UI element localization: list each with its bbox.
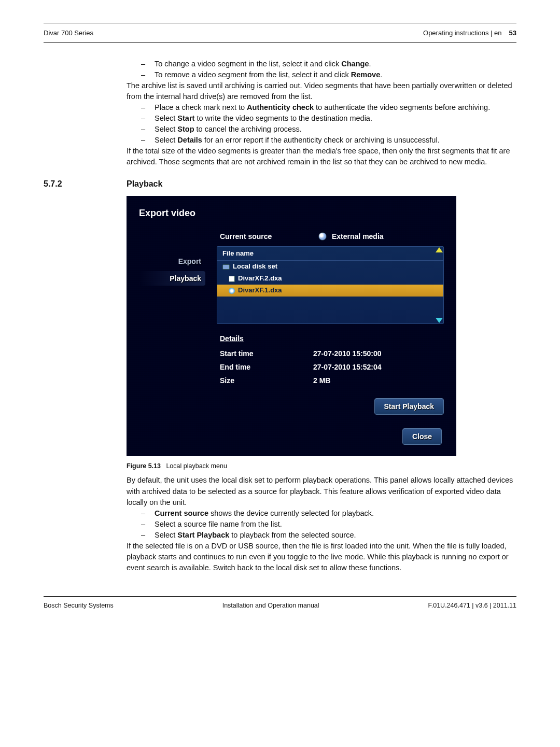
- disk-icon: [222, 264, 230, 270]
- end-time-value: 27-07-2010 15:52:04: [313, 362, 382, 372]
- file-row[interactable]: DivarXF.2.dxa: [217, 273, 443, 285]
- body-text: Select Start to write the video segments…: [155, 113, 516, 124]
- close-button[interactable]: Close: [402, 428, 442, 445]
- size-label: Size: [220, 375, 313, 386]
- size-value: 2 MB: [313, 375, 330, 386]
- body-text: Place a check mark next to Authenticity …: [155, 102, 516, 113]
- body-text: If the selected file is on a DVD or USB …: [127, 541, 516, 573]
- body-text: Current source shows the device currentl…: [155, 508, 516, 519]
- export-video-dialog: Export video Export Playback Current sou…: [127, 196, 456, 456]
- scroll-down-icon[interactable]: [436, 318, 443, 323]
- scroll-up-icon[interactable]: [436, 247, 443, 252]
- tab-playback[interactable]: Playback: [139, 271, 205, 286]
- file-list[interactable]: File name Local disk set DivarXF.2.dxa D…: [217, 246, 444, 324]
- body-text: Select Start Playback to playback from t…: [155, 530, 516, 541]
- current-source-label: Current source: [220, 231, 313, 242]
- current-source-value: External media: [332, 231, 384, 242]
- body-text: To change a video segment in the list, s…: [155, 59, 516, 69]
- file-list-header: File name: [217, 247, 443, 261]
- body-text: By default, the unit uses the local disk…: [127, 475, 516, 508]
- section-title: Playback: [127, 178, 162, 190]
- cd-icon: [229, 288, 235, 294]
- start-time-label: Start time: [220, 348, 313, 359]
- end-time-label: End time: [220, 362, 313, 372]
- file-row-selected[interactable]: DivarXF.1.dxa: [217, 285, 443, 297]
- details-heading: Details: [217, 333, 444, 344]
- start-time-value: 27-07-2010 15:50:00: [313, 348, 382, 359]
- start-playback-button[interactable]: Start Playback: [374, 398, 444, 415]
- disc-icon: [318, 232, 327, 241]
- footer-left: Bosch Security Systems: [44, 601, 114, 610]
- dialog-title: Export video: [139, 206, 444, 220]
- body-text: Select a source file name from the list.: [155, 519, 516, 530]
- body-text: The archive list is saved until archivin…: [127, 80, 516, 102]
- tab-export[interactable]: Export: [139, 254, 205, 269]
- file-row-root[interactable]: Local disk set: [217, 261, 443, 273]
- footer-right: F.01U.246.471 | v3.6 | 2011.11: [428, 601, 516, 610]
- product-name: Divar 700 Series: [44, 29, 93, 38]
- page-footer: Bosch Security Systems Installation and …: [44, 597, 516, 610]
- body-text: Select Details for an error report if th…: [155, 135, 516, 146]
- page-header: Divar 700 Series Operating instructions …: [44, 23, 516, 43]
- file-icon: [229, 276, 235, 282]
- body-text: To remove a video segment from the list,…: [155, 69, 516, 80]
- page-number: 53: [509, 29, 516, 38]
- footer-center: Installation and Operation manual: [222, 601, 319, 610]
- body-text: If the total size of the video segments …: [127, 146, 516, 167]
- figure-caption: Figure 5.13 Local playback menu: [127, 461, 516, 471]
- section-number: 5.7.2: [44, 178, 127, 190]
- header-right-text: Operating instructions | en: [423, 29, 502, 38]
- body-text: Select Stop to cancel the archiving proc…: [155, 124, 516, 135]
